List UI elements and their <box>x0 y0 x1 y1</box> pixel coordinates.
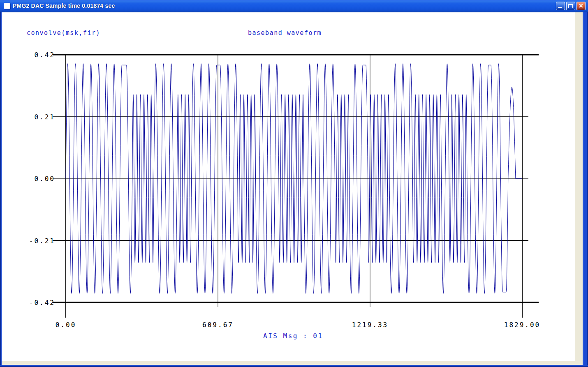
x-tick-label: 1829.00 <box>489 321 555 329</box>
window-border-left <box>0 12 2 367</box>
chart-area: convolve(msk,fir) baseband waveform AIS … <box>2 12 575 361</box>
maximize-icon <box>568 4 573 8</box>
window-border-bottom[interactable] <box>0 365 588 367</box>
minimize-button[interactable] <box>556 2 565 10</box>
x-tick-label: 1219.33 <box>337 321 403 329</box>
ais-msg-label: AIS Msg : 01 <box>263 332 323 340</box>
minimize-icon <box>558 7 562 8</box>
close-button[interactable]: × <box>576 2 586 10</box>
chart-caption-convolve: convolve(msk,fir) <box>27 29 100 37</box>
y-tick-label: 0.42 <box>18 51 55 59</box>
app-icon <box>4 3 10 9</box>
chart-caption-baseband: baseband waveform <box>248 29 322 37</box>
x-tick-label: 609.67 <box>185 321 251 329</box>
y-tick-label: 0.21 <box>18 113 55 121</box>
y-tick-label: -0.42 <box>18 299 55 307</box>
window-title: PMG2 DAC Sample time 0.01874 sec <box>13 2 115 9</box>
y-tick-label: 0.00 <box>18 175 55 183</box>
window-border-right[interactable] <box>583 12 588 367</box>
close-icon: × <box>577 2 585 10</box>
maximize-button[interactable] <box>566 2 575 10</box>
title-bar[interactable]: PMG2 DAC Sample time 0.01874 sec × <box>0 0 588 12</box>
x-tick-label: 0.00 <box>33 321 99 329</box>
inner-margin-right <box>575 12 583 365</box>
waveform-plot <box>2 12 575 361</box>
app-window: PMG2 DAC Sample time 0.01874 sec × convo… <box>0 0 588 367</box>
y-tick-label: -0.21 <box>18 237 55 245</box>
inner-margin-bottom <box>2 361 575 365</box>
